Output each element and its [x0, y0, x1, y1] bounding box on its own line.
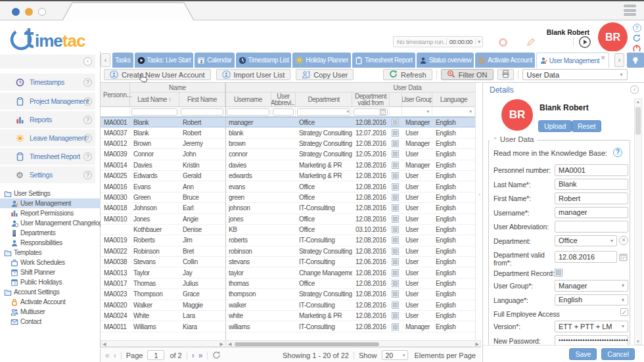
user-row-connor[interactable]: MA0039ConnorJohnconnorStrategy Consultin… [101, 149, 475, 160]
timestamp-widget[interactable]: No timestamp run... 00:00:00 ▾ [393, 36, 483, 47]
sidebar-section-settings[interactable]: ⚙Settings? [0, 166, 95, 183]
column-header-last-name[interactable]: Last Name ↑ [130, 93, 179, 106]
first-name-input[interactable]: Robert [555, 192, 628, 204]
department-record-checkbox[interactable] [555, 269, 563, 277]
sidebar-section-reports[interactable]: Reports? [0, 111, 95, 128]
filter-user-abbreviation[interactable] [271, 107, 296, 116]
column-header-personnel[interactable]: Personn... [101, 83, 130, 106]
department-select[interactable]: Office▾ [555, 235, 617, 247]
filter-on-button[interactable]: Filter ON [441, 69, 494, 80]
department-record-icon[interactable] [392, 226, 399, 233]
user-row-robinson[interactable]: MA0022RobinsonBretrobinsonStrategy Consu… [101, 246, 475, 257]
sidebar-item-responsibilities[interactable]: Responsibilities [0, 238, 101, 248]
sidebar-item-user-management-changelog[interactable]: User Management Changelog [0, 218, 101, 228]
user-row-edwards[interactable]: MA0025EdwardsGeraldedwardsMarketing & PR… [101, 171, 475, 181]
tab-scroll-left-button[interactable]: ‹ [101, 53, 110, 67]
reset-button[interactable]: Reset [572, 120, 601, 132]
calendar-icon[interactable] [619, 253, 628, 261]
details-vscrollbar[interactable]: ▲▼ [634, 99, 642, 345]
sidebar-collapse-icon[interactable]: ‹ [83, 57, 92, 66]
play-button-icon[interactable] [578, 35, 591, 49]
department-record-icon[interactable] [392, 204, 399, 212]
user-row-white[interactable]: MA0024WhiteLarawhiteMarketing & PR12.08.… [101, 311, 475, 321]
clear-icon[interactable]: ✕ [619, 236, 628, 245]
tab-tasks[interactable]: Tasks [112, 53, 133, 68]
user-abbreviation-input[interactable] [555, 221, 628, 233]
department-record-icon[interactable] [392, 269, 399, 277]
first-page-button[interactable]: « [105, 351, 110, 360]
sidebar-section-timestamps[interactable]: Timestamps? [0, 74, 95, 91]
tab-calendar[interactable]: 3Calendar [195, 53, 234, 68]
upload-button[interactable]: Upload [538, 120, 572, 132]
column-header-user-abbreviation[interactable]: User Abbrevi... [271, 93, 296, 106]
department-record-icon[interactable] [392, 258, 399, 265]
tab-scroll-right-button[interactable]: › [614, 53, 624, 67]
user-row-stevans[interactable]: MA0038StevansCollinstevansIT-Consulting1… [101, 257, 475, 267]
reload-icon[interactable] [632, 34, 641, 43]
department-record-icon[interactable] [392, 323, 399, 330]
refresh-button[interactable]: Refresh [383, 69, 432, 80]
tab-status-overview[interactable]: Status overview [417, 53, 474, 68]
tab-timesheet-report[interactable]: Timesheet Report [352, 53, 415, 68]
section-help-icon[interactable]: ? [83, 78, 92, 87]
print-button[interactable] [497, 69, 514, 80]
hamburger-menu-icon[interactable] [624, 5, 636, 18]
column-header-department[interactable]: Department [296, 93, 352, 106]
grid-refresh-icon[interactable] [212, 351, 221, 359]
language-select[interactable]: English▾ [555, 294, 628, 306]
user-row-blank[interactable]: MA0037BlankRobertblankStrategy Consultin… [101, 127, 475, 138]
user-row-jones[interactable]: MA0010JonesAngiejonesOffice12.08.2016Use… [101, 214, 475, 225]
last-page-button[interactable]: » [198, 351, 203, 360]
department-record-icon[interactable] [392, 129, 399, 137]
user-row-walker[interactable]: MA0020WalkerMaggiewalkerIT-Consulting12.… [101, 300, 475, 311]
user-row-roberts[interactable]: MA0019RobertsJimrobertsIT-Consulting12.0… [101, 235, 475, 246]
note-icon[interactable] [526, 37, 536, 47]
filter-department[interactable]: ▾ [296, 107, 352, 116]
version-select[interactable]: ETT + PTT + LM▾ [555, 321, 628, 332]
department-record-icon[interactable] [392, 302, 399, 309]
filter-personnel[interactable] [101, 107, 130, 116]
section-help-icon[interactable]: ? [83, 152, 92, 161]
department-record-icon[interactable] [392, 150, 399, 158]
sidebar-item-user-management[interactable]: User Management [0, 198, 101, 208]
filter-language[interactable]: ▾ [432, 107, 475, 116]
last-name-input[interactable]: Blank [555, 179, 628, 191]
department-record-icon[interactable] [392, 312, 399, 319]
user-row-green[interactable]: MA0030GreenBrucegreenOffice12.08.2016Use… [101, 192, 475, 203]
next-page-button[interactable]: › [192, 351, 195, 360]
filter-department-valid-from[interactable] [352, 107, 390, 116]
user-row-manager[interactable]: MA0001BlankRobertmanagerOffice12.08.2016… [101, 117, 475, 127]
full-employee-access-checkbox[interactable]: ✓ [620, 308, 628, 316]
section-help-icon[interactable]: ? [83, 97, 92, 106]
sidebar-item-contact[interactable]: Contact [0, 317, 101, 327]
sidebar-item-multiuser[interactable]: Multiuser [0, 307, 101, 317]
username-input[interactable]: manager [555, 207, 628, 219]
user-avatar[interactable]: BR [598, 22, 628, 52]
sidebar-item-account-settings[interactable]: Account Settings [0, 287, 101, 297]
user-row-taylor[interactable]: MA0013TaylorJaytaylorChange Management12… [101, 267, 475, 278]
tab-close-icon[interactable]: ✕ [601, 55, 605, 61]
department-record-icon[interactable] [392, 183, 399, 191]
user-row-kb[interactable]: KothbauerDeniseKBOffice03.10.2016UserEng… [101, 225, 475, 235]
user-row-davies[interactable]: MA0014DaviesKristindaviesMarketing & PR1… [101, 160, 475, 171]
department-valid-from-input[interactable]: 12.08.2016 [555, 251, 617, 263]
sidebar-item-work-schedules[interactable]: Work Schedules [0, 258, 101, 267]
hints-bulb-button[interactable] [627, 53, 644, 68]
stop-recording-icon[interactable] [499, 38, 507, 47]
section-help-icon[interactable]: ? [83, 116, 92, 124]
view-selector[interactable]: User Data▾ [522, 69, 628, 80]
filter-user-group[interactable]: ▾ [402, 107, 432, 116]
sidebar-item-report-permissions[interactable]: Report Permissions [0, 208, 101, 218]
personnel-number-input[interactable]: MA0001 [555, 164, 628, 176]
panel-splitter-handle[interactable]: › [478, 191, 480, 198]
sidebar-section-leave-management[interactable]: Leave Management? [0, 129, 95, 147]
user-group-select[interactable]: Manager▾ [555, 280, 628, 292]
details-collapse-icon[interactable]: › [630, 85, 639, 94]
window-button-1[interactable] [12, 8, 20, 16]
filter-first-name[interactable] [179, 107, 225, 116]
sidebar-item-departments[interactable]: Departments [0, 228, 101, 238]
department-record-icon[interactable] [392, 280, 399, 287]
department-record-icon[interactable] [392, 140, 399, 147]
create-new-user-account-button[interactable]: Create New User Account [104, 69, 211, 80]
sidebar-section-project-management[interactable]: Project Management? [0, 93, 95, 110]
